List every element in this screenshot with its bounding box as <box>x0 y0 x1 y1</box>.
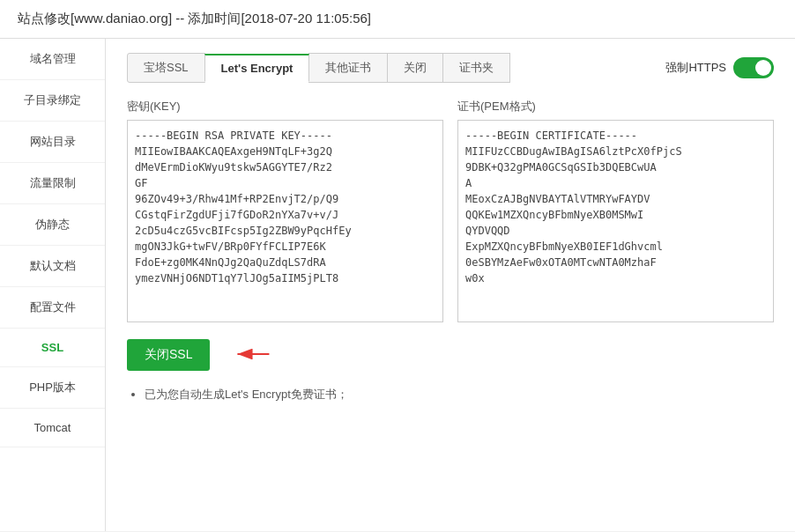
panels-row: 密钥(KEY) -----BEGIN RSA PRIVATE KEY----- … <box>127 99 774 325</box>
sidebar-item-流量限制[interactable]: 流量限制 <box>0 163 105 204</box>
sidebar-item-PHP版本[interactable]: PHP版本 <box>0 367 105 409</box>
sidebar-item-SSL[interactable]: SSL <box>0 329 105 367</box>
info-list: 已为您自动生成Let's Encrypt免费证书； <box>127 387 774 403</box>
sidebar-item-域名管理[interactable]: 域名管理 <box>0 39 105 80</box>
info-list-item: 已为您自动生成Let's Encrypt免费证书； <box>145 387 774 403</box>
key-textarea[interactable]: -----BEGIN RSA PRIVATE KEY----- MIIEowIB… <box>127 120 443 322</box>
tab-Let's Encrypt[interactable]: Let's Encrypt <box>204 54 310 82</box>
action-row: 关闭SSL <box>127 339 774 371</box>
close-ssl-button[interactable]: 关闭SSL <box>127 339 210 371</box>
https-toggle-label: 强制HTTPS <box>665 60 726 76</box>
page-title: 站点修改[www.daniao.org] -- 添加时间[2018-07-20 … <box>18 11 371 26</box>
tab-其他证书[interactable]: 其他证书 <box>308 53 388 83</box>
page-header: 站点修改[www.daniao.org] -- 添加时间[2018-07-20 … <box>0 0 795 39</box>
arrow-indicator <box>224 342 277 369</box>
tab-关闭[interactable]: 关闭 <box>387 53 443 83</box>
sidebar: 域名管理子目录绑定网站目录流量限制伪静态默认文档配置文件SSLPHP版本Tomc… <box>0 39 106 531</box>
key-panel-label: 密钥(KEY) <box>127 99 443 115</box>
cert-panel: 证书(PEM格式) -----BEGIN CERTIFICATE----- MI… <box>457 99 774 325</box>
https-toggle-area: 强制HTTPS <box>665 57 774 78</box>
sidebar-item-Tomcat[interactable]: Tomcat <box>0 409 105 447</box>
main-content: 宝塔SSLLet's Encrypt其他证书关闭证书夹 强制HTTPS 密钥(K… <box>106 39 795 531</box>
key-panel: 密钥(KEY) -----BEGIN RSA PRIVATE KEY----- … <box>127 99 443 325</box>
https-toggle-switch[interactable] <box>733 57 774 78</box>
sidebar-item-伪静态[interactable]: 伪静态 <box>0 204 105 246</box>
tab-证书夹[interactable]: 证书夹 <box>442 53 510 83</box>
sidebar-item-默认文档[interactable]: 默认文档 <box>0 246 105 287</box>
sidebar-item-子目录绑定[interactable]: 子目录绑定 <box>0 80 105 122</box>
sidebar-item-配置文件[interactable]: 配置文件 <box>0 287 105 329</box>
sidebar-item-网站目录[interactable]: 网站目录 <box>0 122 105 163</box>
cert-textarea[interactable]: -----BEGIN CERTIFICATE----- MIIFUzCCBDug… <box>457 120 774 322</box>
cert-panel-label: 证书(PEM格式) <box>457 99 774 115</box>
tab-宝塔SSL[interactable]: 宝塔SSL <box>127 53 205 83</box>
tabs-row: 宝塔SSLLet's Encrypt其他证书关闭证书夹 强制HTTPS <box>127 53 774 83</box>
